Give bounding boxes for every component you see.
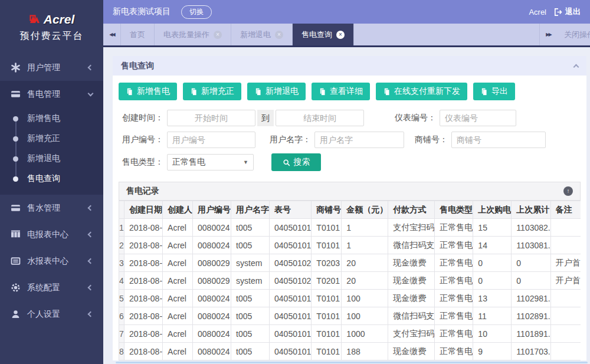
sidebar-item[interactable]: 用户管理	[0, 54, 103, 81]
shop-number-input[interactable]	[451, 132, 546, 148]
table-cell: 9	[473, 343, 512, 360]
tab[interactable]: 售电查询×	[293, 24, 354, 45]
user-name-input[interactable]	[314, 132, 404, 148]
card-icon	[11, 89, 21, 99]
table-cell: 正常售电	[435, 307, 473, 325]
table-cell: 0080024	[193, 325, 231, 343]
menu-group: 电报表中心	[0, 221, 103, 248]
tab-close-icon[interactable]: ×	[336, 31, 345, 39]
table-row[interactable]: 12018-08-Acrel0080024t00504050101T01011支…	[119, 219, 581, 237]
logout-link[interactable]: 退出	[553, 6, 581, 17]
table-row[interactable]: 42018-08-Acrel0080029system04050102T0201…	[119, 272, 581, 290]
user-icon	[11, 309, 21, 319]
bullet-icon	[13, 136, 18, 142]
sidebar-menu: 用户管理售电管理新增售电新增充正新增退电售电查询售水管理电报表中心水报表中心系统…	[0, 54, 103, 327]
user-code-input[interactable]	[167, 132, 255, 148]
sidebar-subitem[interactable]: 新增充正	[0, 129, 103, 149]
row-index-cell: 1	[119, 219, 124, 237]
filter-row-1: 创建时间： 到 仪表编号：	[119, 110, 581, 126]
table-cell	[550, 237, 581, 254]
toolbar-button[interactable]: 新增售电	[119, 83, 177, 100]
table-cell	[550, 343, 581, 360]
table-row[interactable]: 22018-08-Acrel0080024t00504050101T01011微…	[119, 237, 581, 254]
toolbar-button[interactable]: 查看详细	[312, 83, 370, 100]
sidebar-item[interactable]: 个人设置	[0, 301, 103, 327]
toolbar-button-label: 新增售电	[137, 86, 170, 97]
sidebar-subitem[interactable]: 新增退电	[0, 149, 103, 169]
toolbar-button[interactable]: 新增充正	[183, 83, 241, 100]
close-operations-button[interactable]: 关闭操作	[557, 24, 590, 45]
table-cell: 04050101	[270, 325, 312, 343]
gear-icon	[11, 283, 21, 293]
table-cell: 正常售电	[435, 290, 473, 307]
table-cell: 1101703.	[512, 343, 550, 360]
table-cell: 15	[473, 219, 512, 237]
tab[interactable]: 首页	[121, 24, 155, 45]
table-cell: 开户首充	[550, 272, 581, 290]
toolbar-button[interactable]: 在线支付重新下发	[376, 83, 467, 100]
table-cell: 2018-08-	[124, 290, 163, 307]
table-column-header: 备注	[550, 201, 581, 219]
tab-close-icon[interactable]: ×	[275, 31, 283, 39]
table-cell: 188	[342, 343, 388, 360]
table-cell: 现金缴费	[388, 290, 435, 307]
table-cell: 11	[473, 307, 512, 325]
sidebar-subitem[interactable]: 新增售电	[0, 109, 103, 129]
tab[interactable]: 电表批量操作×	[155, 24, 231, 45]
tab-close-icon[interactable]: ×	[214, 31, 222, 39]
sidebar-item[interactable]: 售水管理	[0, 195, 103, 221]
sidebar-item[interactable]: 售电管理	[0, 81, 103, 107]
start-time-input[interactable]	[167, 110, 255, 126]
menu-group: 售水管理	[0, 195, 103, 221]
bullet-icon	[13, 116, 18, 122]
topbar: 新电表测试项目 切换 Acrel 退出	[103, 0, 590, 24]
chevron-down-icon	[88, 90, 94, 96]
sidebar-item-label: 水报表中心	[27, 256, 88, 267]
project-name: 新电表测试项目	[113, 6, 171, 17]
sidebar-item[interactable]: 电报表中心	[0, 221, 103, 248]
copy-icon	[480, 88, 488, 96]
acrel-logo-icon	[29, 14, 41, 25]
chevron-down-icon: ▼	[243, 159, 248, 165]
sidebar-item-label: 用户管理	[27, 63, 88, 73]
table-column-header	[119, 201, 124, 219]
search-button[interactable]: 搜索	[271, 153, 321, 171]
table-row[interactable]: 72018-08-Acrel0080024t00504050101T010110…	[119, 325, 581, 343]
tab[interactable]: 新增退电×	[231, 24, 293, 45]
toolbar-button-label: 导出	[491, 86, 508, 97]
scroll-tabs-left-button[interactable]: ◀◀	[103, 24, 121, 45]
sidebar-item[interactable]: 系统配置	[0, 274, 103, 301]
table-cell: 1101891.	[512, 325, 550, 343]
table-cell: 04050102	[270, 254, 312, 272]
scroll-tabs-right-button[interactable]: ▶▶	[539, 24, 557, 45]
meter-code-input[interactable]	[440, 110, 516, 126]
sell-type-select[interactable]: 正常售电 ▼	[167, 154, 254, 170]
sidebar-item[interactable]: 水报表中心	[0, 248, 103, 274]
table-row[interactable]: 52018-08-Acrel0080024t00504050101T010110…	[119, 290, 581, 307]
table-cell: Acrel	[163, 290, 193, 307]
table-cell: T0201	[312, 272, 342, 290]
logout-icon	[553, 8, 562, 17]
table-cell: T0203	[312, 254, 342, 272]
table-header-row: 创建日期创建人用户编号用户名字表号商铺号金额（元）付款方式售电类型上次购电上次累…	[119, 201, 581, 219]
table-cell: 正常售电	[435, 237, 473, 254]
collapse-circle-up-icon[interactable]: ↑	[563, 186, 573, 196]
switch-project-button[interactable]: 切换	[181, 5, 212, 19]
table-cell: 100	[342, 307, 388, 325]
table-column-header: 上次累计	[512, 201, 550, 219]
panel-collapse-chevron-up-icon[interactable]	[573, 64, 579, 70]
end-time-input[interactable]	[276, 110, 364, 126]
horizontal-scrollbar[interactable]	[116, 362, 588, 363]
sidebar-subitem-label: 新增充正	[27, 133, 60, 144]
table-row[interactable]: 82018-08-Acrel0080024t00504050101T010118…	[119, 343, 581, 360]
table-row[interactable]: 32018-08-Acrel0080029system04050102T0203…	[119, 254, 581, 272]
table-cell: 04050101	[270, 290, 312, 307]
copy-icon	[383, 88, 391, 96]
tab-label: 电表批量操作	[163, 29, 209, 40]
toolbar-button[interactable]: 导出	[473, 83, 515, 100]
sidebar-subitem[interactable]: 售电查询	[0, 169, 103, 189]
panel-title: 售电查询	[121, 61, 154, 71]
toolbar-button[interactable]: 新增退电	[247, 83, 306, 100]
table-row[interactable]: 62018-08-Acrel0080024t00504050101T010110…	[119, 307, 581, 325]
sell-type-value: 正常售电	[172, 157, 205, 168]
